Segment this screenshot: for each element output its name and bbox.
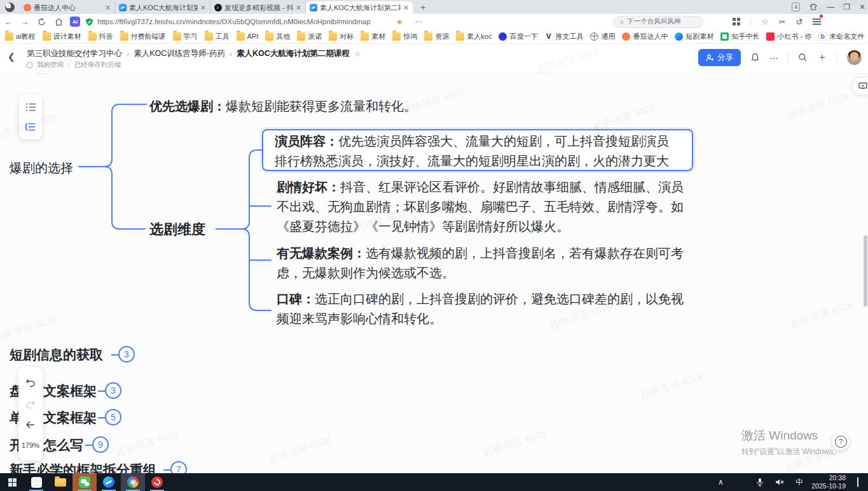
mindmap-node-cast-selected[interactable]: 演员阵容：优先选演员阵容强大、流量大的短剧，可上抖音搜短剧演员排行榜熟悉演员，演… [262,129,693,171]
vertical-scrollbar-thumb[interactable] [864,235,867,307]
mindmap-node-hit-cases[interactable]: 有无爆款案例：选有爆款视频的剧，上抖音搜剧名，若有爆款存在则可考虑，无爆款则作为… [277,244,687,283]
taskbar-app-search[interactable] [24,473,48,491]
volume-muted-icon[interactable] [772,478,787,486]
tray-expand-chevron-icon[interactable]: ∧ [713,478,728,487]
bookmark-item[interactable]: 素人koc [456,32,492,41]
ime-indicator[interactable]: 中 [792,477,807,488]
comment-panel-button[interactable] [853,78,868,95]
bookmark-item[interactable]: 素材 [361,32,385,41]
bookmark-item[interactable]: 设计素材 [43,32,81,41]
new-tab-button[interactable]: ＋ [417,1,429,14]
mindmap-canvas[interactable]: 爆剧的选择 优先选爆剧：爆款短剧能获得更多流量和转化。 选剧维度 演员阵容：优先… [0,74,868,473]
address-bar[interactable]: https://ft6vgl737z.feishu.cn/mindnotes/O… [85,17,594,27]
taskbar-file-explorer[interactable] [48,473,72,491]
bookmark-item[interactable]: 百度一下 [499,32,537,41]
share-button[interactable]: 分享 [698,49,741,66]
bookmark-item[interactable]: 派诺 [297,32,322,41]
theme-shirt-icon[interactable] [809,3,818,11]
mindmap-root-node[interactable]: 爆剧的选择 [10,160,73,177]
undo-icon[interactable] [25,378,36,387]
mindmap-view-icon[interactable] [25,122,36,132]
browser-profile-icon[interactable] [5,3,15,12]
locate-back-icon[interactable] [25,421,36,429]
children-count-badge[interactable]: 3 [118,346,135,363]
mindmap-node-info-source[interactable]: 短剧信息的获取 3 [10,346,103,364]
bell-icon[interactable] [750,53,760,62]
bookmark-item[interactable]: 工具 [205,32,230,41]
space-label[interactable]: 我的空间 [37,60,64,69]
doc-search-icon[interactable] [798,53,808,62]
tab-close-icon[interactable]: ✕ [105,4,111,12]
omnibox-more-icon[interactable]: ⋯ [415,17,422,26]
favorites-edit-icon[interactable]: ☆ [761,17,769,27]
bookmark-item[interactable]: 番茄达人中 [622,32,668,41]
browser-tab-3[interactable]: 发现更多精彩视频 - 抖音搜索 ✕ [210,1,306,14]
tab-close-icon[interactable]: ✕ [403,4,409,12]
browser-tab-2[interactable]: 素人KOC大航海计划第二期 ✕ [115,1,210,14]
back-icon[interactable]: ← [0,17,17,27]
help-button[interactable]: ? [832,432,850,450]
taskbar-360-app[interactable] [145,473,169,491]
history-undo-icon[interactable]: ↺ [796,17,803,27]
tab-close-icon[interactable]: ✕ [200,4,206,12]
bookmark-item[interactable]: 惊鸿 [392,32,417,41]
bookmark-star-icon[interactable]: ★ [396,17,404,27]
children-count-badge[interactable]: 3 [105,382,121,399]
children-count-badge[interactable]: 5 [105,409,121,425]
bookmark-item[interactable]: 推文工具 [544,32,583,41]
bookmark-item[interactable]: 通用 [590,32,615,41]
quick-search-box[interactable]: ⌕ 下一个台风叫风神 [613,16,703,28]
taskbar-browser-active[interactable] [121,473,145,491]
bookmark-item[interactable]: API [237,32,259,41]
bookmark-item[interactable]: 短剧素材 [675,32,713,41]
breadcrumb-item[interactable]: 第三职业技能交付学习中心 [27,48,122,59]
outline-view-icon[interactable] [25,102,36,112]
redo-icon[interactable] [25,400,36,409]
tab-close-icon[interactable]: ✕ [296,4,301,12]
zoom-level-label[interactable]: 179% [22,441,39,449]
reload-icon[interactable] [38,18,46,26]
bookmark-item[interactable]: 付费前端课 [120,32,166,41]
scissors-icon[interactable]: ✂ [779,17,786,27]
action-center-icon[interactable] [850,478,865,487]
mindmap-node-remix[interactable]: 新手必学的框架拆分重组 7 [10,461,156,473]
document-title[interactable]: 素人KOC大航海计划第二期课程 [237,48,350,59]
close-button[interactable]: ✕ [859,3,865,11]
back-chevron-icon[interactable]: ❮ [8,52,15,62]
minimize-button[interactable]: — [827,3,834,11]
forward-icon[interactable]: → [17,17,33,27]
browser-tab-4-active[interactable]: 素人KOC大航海计划第二期 ✕ [306,1,413,14]
taskbar-wechat-active[interactable] [72,473,97,491]
more-actions-icon[interactable]: ⋯ [769,53,778,63]
bookmark-item[interactable]: 知乎中长 [720,32,759,41]
bookmark-item[interactable]: 对标 [329,32,354,41]
microphone-icon[interactable] [752,478,768,487]
browser-tab-1[interactable]: 番茄达人中心 ✕ [20,1,115,14]
mindmap-node-priority[interactable]: 优先选爆剧：爆款短剧能获得更多流量和转化。 [149,97,417,116]
user-avatar[interactable] [847,50,862,65]
bookmark-item[interactable]: 其他 [265,32,290,41]
home-icon[interactable] [55,18,63,26]
favorite-star-icon[interactable]: ☆ [354,50,361,59]
breadcrumb-item[interactable]: 素人KOC训练营导师-药药 [134,48,225,59]
taskbar-clock[interactable]: 20:38 2025-10-19 [811,474,846,490]
tab-count-badge[interactable]: 4 [792,3,800,11]
add-icon[interactable]: ＋ [817,51,827,64]
mindmap-node-reputation[interactable]: 口碑：选正向口碑的剧，上抖音搜剧的评价，避免选口碑差的剧，以免视频迎来骂声影响心… [277,289,687,329]
browser-menu-icon[interactable] [813,17,821,27]
apps-grid-icon[interactable] [733,18,740,25]
children-count-badge[interactable]: 7 [170,461,187,473]
bookmark-item[interactable]: 学习 [173,32,198,41]
bookmark-item[interactable]: 未命名文件 [818,32,864,41]
ai-assistant-icon[interactable]: AI [70,17,80,27]
start-button[interactable] [0,473,24,491]
bookmark-item[interactable]: ai教程 [5,32,36,41]
taskbar-feishu[interactable] [97,473,121,491]
children-count-badge[interactable]: 9 [92,436,109,453]
bookmark-item[interactable]: 抖音 [88,32,113,41]
restore-button[interactable]: ❐ [843,3,850,11]
mindmap-node-plot[interactable]: 剧情好坏：抖音、红果评论区看评价。好剧情故事细腻、情感细腻、演员不出戏、无狗血剧… [277,177,687,237]
bookmark-item[interactable]: 小红书 - 你 [766,32,811,41]
mindmap-node-dimension[interactable]: 选剧维度 [149,220,205,239]
bookmark-item[interactable]: 资源 [424,32,449,41]
